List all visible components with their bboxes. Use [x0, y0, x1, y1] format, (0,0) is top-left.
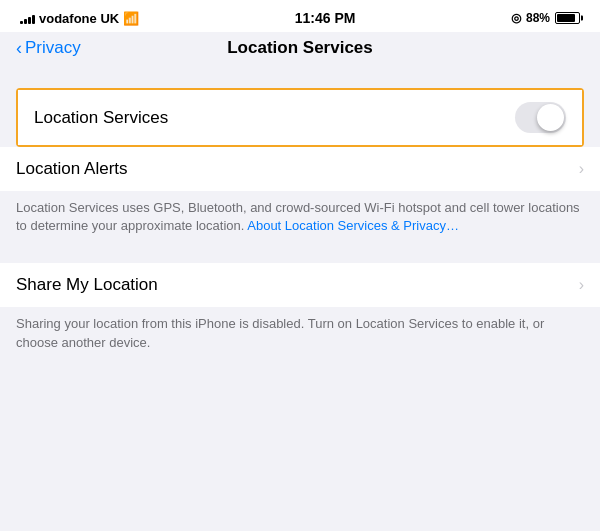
battery-percent: 88% — [526, 11, 550, 25]
signal-bar-4 — [32, 15, 35, 24]
location-alerts-group: Location Alerts › — [0, 147, 600, 191]
content-area: Location Services Location Alerts › — [0, 68, 600, 531]
location-alerts-right: › — [579, 160, 584, 178]
location-services-section: Location Services Location Alerts › — [0, 88, 600, 247]
share-my-location-row[interactable]: Share My Location › — [0, 263, 600, 307]
share-description-block: Sharing your location from this iPhone i… — [0, 307, 600, 363]
back-chevron-icon: ‹ — [16, 39, 22, 57]
location-services-toggle[interactable] — [515, 102, 566, 133]
share-my-location-chevron-icon: › — [579, 276, 584, 294]
signal-bar-2 — [24, 19, 27, 24]
phone-frame: vodafone UK 📶 11:46 PM ◎ 88% ‹ Privacy L… — [0, 0, 600, 531]
location-description-block: Location Services uses GPS, Bluetooth, a… — [0, 191, 600, 247]
eye-icon: ◎ — [511, 11, 521, 25]
toggle-thumb — [537, 104, 564, 131]
location-alerts-label: Location Alerts — [16, 159, 128, 179]
nav-bar: ‹ Privacy Location Services — [0, 32, 600, 68]
location-privacy-link[interactable]: About Location Services & Privacy… — [247, 218, 459, 233]
back-button[interactable]: ‹ Privacy — [16, 38, 81, 58]
signal-bar-3 — [28, 17, 31, 24]
share-my-location-label: Share My Location — [16, 275, 158, 295]
battery-fill — [557, 14, 575, 22]
location-services-label: Location Services — [34, 108, 168, 128]
status-right: ◎ 88% — [511, 11, 580, 25]
location-alerts-chevron-icon: › — [579, 160, 584, 178]
share-my-location-group: Share My Location › — [0, 263, 600, 307]
status-left: vodafone UK 📶 — [20, 11, 139, 26]
nav-title: Location Services — [227, 38, 373, 58]
location-services-group: Location Services — [16, 88, 584, 147]
wifi-icon: 📶 — [123, 11, 139, 26]
carrier-label: vodafone UK — [39, 11, 119, 26]
time-display: 11:46 PM — [295, 10, 356, 26]
back-label: Privacy — [25, 38, 81, 58]
signal-bars — [20, 13, 35, 24]
status-bar: vodafone UK 📶 11:46 PM ◎ 88% — [0, 0, 600, 32]
location-services-row: Location Services — [18, 90, 582, 145]
share-description-text: Sharing your location from this iPhone i… — [16, 315, 584, 351]
signal-bar-1 — [20, 21, 23, 24]
share-my-location-right: › — [579, 276, 584, 294]
battery-icon — [555, 12, 580, 24]
location-alerts-row[interactable]: Location Alerts › — [0, 147, 600, 191]
location-description-text: Location Services uses GPS, Bluetooth, a… — [16, 199, 584, 235]
